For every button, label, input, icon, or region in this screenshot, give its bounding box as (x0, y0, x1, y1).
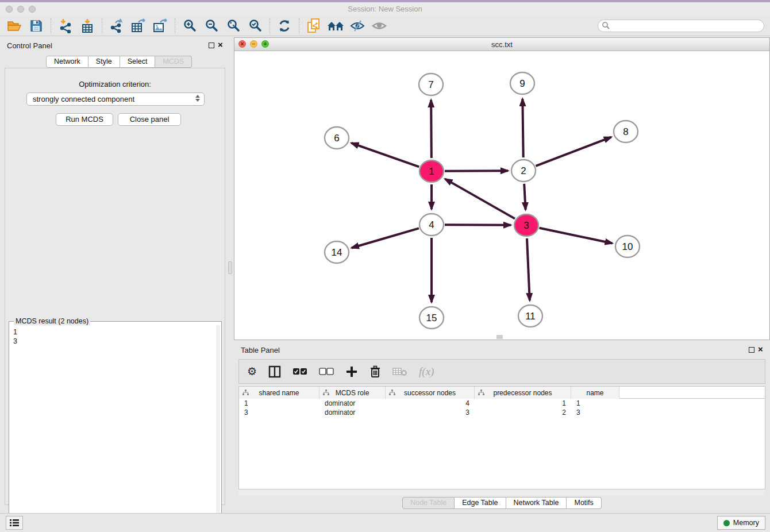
export-image-button[interactable] (149, 17, 171, 35)
close-panel-icon[interactable]: × (218, 40, 223, 49)
graph-edge-4-3[interactable] (445, 225, 511, 225)
close-panel-button[interactable]: Close panel (118, 113, 181, 126)
open-folder-icon (7, 19, 22, 33)
deselect-all-rows-button[interactable] (319, 363, 334, 380)
main-titlebar[interactable]: Session: New Session (0, 2, 770, 16)
graph-node-10[interactable]: 10 (615, 236, 640, 257)
network-graph[interactable]: 7968124314101511 (234, 51, 769, 340)
search-field[interactable] (598, 20, 764, 32)
graph-node-4[interactable]: 4 (419, 214, 444, 236)
function-builder-button[interactable]: f(x) (419, 363, 434, 380)
list-icon (9, 519, 20, 527)
column-header-successor-nodes[interactable]: successor nodes (386, 387, 475, 399)
graph-node-8[interactable]: 8 (614, 121, 638, 142)
tab-mcds[interactable]: MCDS (155, 56, 192, 68)
delete-column-button[interactable] (369, 363, 381, 380)
graph-edge-1-6[interactable] (351, 143, 419, 167)
table-row[interactable]: 3dominator323 (239, 408, 765, 417)
graph-node-9[interactable]: 9 (510, 72, 534, 94)
duplicate-network-icon (306, 18, 321, 34)
table-cell[interactable]: 2 (475, 408, 571, 417)
close-table-panel-icon[interactable]: × (758, 344, 763, 354)
zoom-in-button[interactable] (179, 17, 201, 35)
graph-edge-4-14[interactable] (352, 228, 419, 248)
column-header-label: name (586, 389, 603, 397)
tab-edge-table[interactable]: Edge Table (455, 497, 506, 509)
table-cell[interactable]: 1 (571, 399, 619, 408)
table-cell[interactable]: dominator (319, 408, 386, 417)
table-cell[interactable]: 3 (386, 408, 475, 417)
graph-node-14[interactable]: 14 (325, 241, 349, 263)
panel-splitter-handle[interactable] (228, 261, 232, 274)
mcds-result-text[interactable]: 13 (10, 325, 215, 532)
run-mcds-button[interactable]: Run MCDS (56, 113, 113, 126)
graph-edge-2-9[interactable] (522, 99, 523, 157)
export-network-button[interactable] (106, 17, 128, 35)
graph-edge-3-11[interactable] (527, 238, 530, 300)
result-scrollbar[interactable] (216, 325, 220, 532)
zoom-fit-button[interactable] (222, 17, 244, 35)
graph-edge-3-10[interactable] (540, 228, 613, 244)
duplicate-network-button[interactable] (303, 17, 325, 35)
memory-button[interactable]: Memory (717, 516, 765, 530)
task-history-button[interactable] (6, 516, 23, 530)
import-table-button[interactable] (76, 17, 98, 35)
graph-node-3[interactable]: 3 (514, 214, 538, 236)
tab-network[interactable]: Network (46, 56, 88, 68)
select-all-rows-button[interactable] (292, 363, 307, 380)
column-header-name[interactable]: name (571, 387, 619, 399)
table-settings-button[interactable]: ⚙ (247, 363, 257, 380)
float-panel-icon[interactable] (209, 43, 214, 48)
window-resize-handle[interactable] (496, 335, 503, 339)
create-column-button[interactable] (345, 363, 358, 380)
graph-edge-1-7[interactable] (431, 100, 432, 158)
tab-select[interactable]: Select (120, 56, 156, 68)
export-table-button[interactable] (128, 17, 149, 35)
search-input[interactable] (610, 21, 764, 31)
show-graphics-details-button[interactable] (368, 17, 390, 35)
delete-table-button[interactable] (392, 363, 407, 380)
graph-node-11[interactable]: 11 (518, 305, 542, 327)
network-window-titlebar[interactable]: × − + scc.txt (234, 38, 769, 51)
tab-network-table[interactable]: Network Table (506, 497, 567, 509)
graph-edge-1-2[interactable] (445, 171, 508, 171)
open-session-button[interactable] (3, 17, 25, 35)
zoom-out-button[interactable] (201, 17, 222, 35)
import-network-button[interactable] (55, 17, 76, 35)
tab-motifs[interactable]: Motifs (567, 497, 601, 509)
tab-node-table[interactable]: Node Table (402, 497, 455, 509)
graph-edge-2-8[interactable] (536, 137, 611, 166)
table-cell[interactable]: 3 (239, 408, 319, 417)
network-canvas[interactable]: 7968124314101511 (234, 51, 769, 340)
float-table-panel-icon[interactable] (749, 347, 754, 353)
tab-style[interactable]: Style (88, 56, 120, 68)
table-cell[interactable]: 4 (386, 399, 475, 408)
svg-text:15: 15 (426, 313, 437, 323)
graph-node-7[interactable]: 7 (419, 74, 443, 95)
table-row[interactable]: 1dominator411 (239, 399, 765, 408)
refresh-button[interactable] (274, 17, 295, 35)
column-visibility-button[interactable] (268, 363, 281, 380)
column-header-MCDS-role[interactable]: MCDS role (319, 387, 386, 399)
save-session-button[interactable] (25, 17, 47, 35)
graph-edge-3-1[interactable] (445, 179, 515, 218)
graph-node-6[interactable]: 6 (325, 127, 349, 149)
table-cell[interactable]: dominator (319, 399, 386, 408)
column-header-shared-name[interactable]: shared name (239, 387, 319, 399)
table-cell[interactable]: 1 (475, 399, 571, 408)
graph-node-1[interactable]: 1 (419, 160, 444, 182)
graph-node-15[interactable]: 15 (419, 307, 444, 329)
zoom-selected-button[interactable] (244, 17, 266, 35)
first-neighbors-button[interactable] (325, 17, 346, 35)
table-cell[interactable]: 1 (239, 399, 319, 408)
graph-edge-2-3[interactable] (524, 184, 525, 210)
criterion-dropdown[interactable]: strongly connected component (26, 92, 205, 106)
column-header-predecessor-nodes[interactable]: predecessor nodes (475, 387, 571, 399)
toolbar-divider (175, 18, 175, 33)
table-cell[interactable]: 3 (571, 408, 619, 417)
export-network-icon (109, 18, 124, 33)
node-table[interactable]: shared nameMCDS rolesuccessor nodesprede… (238, 386, 765, 489)
plus-icon (345, 365, 358, 378)
hide-graphics-details-button[interactable] (346, 17, 368, 35)
graph-node-2[interactable]: 2 (511, 160, 536, 182)
